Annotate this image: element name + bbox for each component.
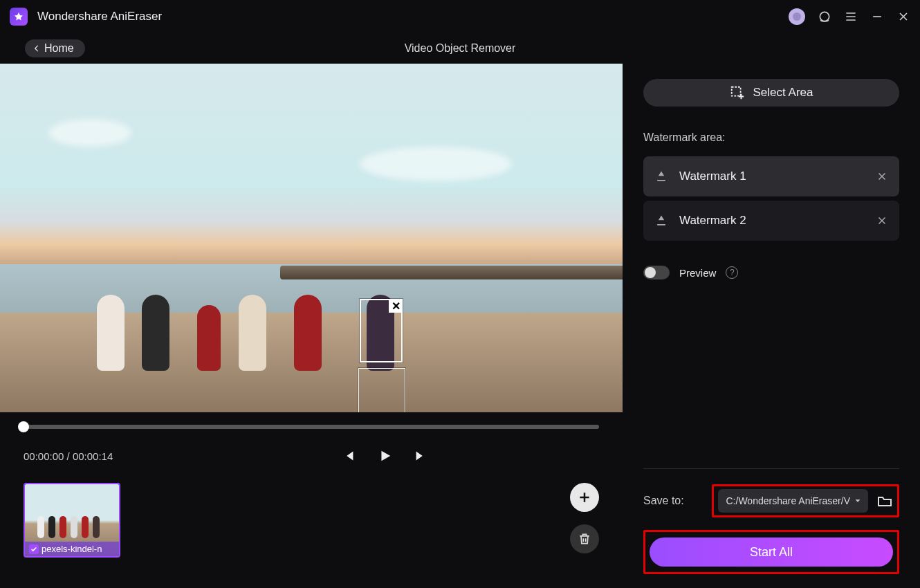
- save-to-row: Save to: C:/Wondershare AniEraser/V: [643, 484, 899, 517]
- watermark-name: Watermark 1: [679, 169, 746, 183]
- watermark-name: Watermark 2: [679, 214, 746, 228]
- close-icon[interactable]: [896, 10, 910, 24]
- scene-person: [239, 295, 266, 371]
- scene-person: [97, 295, 125, 371]
- side-panel: Select Area Watermark area: Watermark 1 …: [623, 64, 920, 588]
- selection-box[interactable]: [358, 368, 405, 412]
- select-area-label: Select Area: [753, 86, 813, 100]
- svg-point-0: [820, 12, 829, 21]
- plus-icon: [578, 490, 591, 504]
- menu-icon[interactable]: [844, 10, 858, 24]
- scene-pier: [280, 266, 623, 279]
- selection-close-icon[interactable]: ✕: [389, 299, 403, 313]
- scene-person: [197, 305, 221, 371]
- watermark-section-label: Watermark area:: [643, 131, 899, 144]
- cloud-decoration: [48, 119, 131, 147]
- watermark-item[interactable]: Watermark 1: [643, 156, 899, 196]
- preview-toggle[interactable]: [643, 266, 670, 279]
- app-logo-icon: [13, 11, 24, 22]
- help-icon[interactable]: ?: [726, 266, 738, 279]
- app-name: Wondershare AniEraser: [37, 10, 162, 24]
- clip-thumbnail[interactable]: pexels-kindel-n: [24, 483, 120, 558]
- svg-rect-1: [731, 87, 740, 96]
- home-button[interactable]: Home: [25, 39, 85, 57]
- save-path-value: C:/Wondershare AniEraser/V: [726, 495, 851, 506]
- video-preview[interactable]: ✕: [0, 64, 623, 412]
- prev-frame-icon[interactable]: [341, 448, 356, 463]
- next-frame-icon[interactable]: [413, 448, 428, 463]
- timecode: 00:00:00 / 00:00:14: [24, 450, 113, 462]
- start-all-button[interactable]: Start All: [650, 538, 893, 567]
- add-clip-button[interactable]: [570, 483, 599, 512]
- user-avatar[interactable]: [789, 8, 805, 25]
- editor-pane: ✕ 00:00:00 / 00:00:14: [0, 64, 623, 588]
- app-logo: [10, 8, 28, 26]
- save-to-label: Save to:: [643, 495, 684, 507]
- support-icon[interactable]: [818, 10, 831, 24]
- timeline-playhead[interactable]: [18, 421, 29, 432]
- select-area-button[interactable]: Select Area: [643, 79, 899, 107]
- scene-person: [142, 295, 169, 371]
- delete-clip-button[interactable]: [570, 524, 599, 553]
- preview-toggle-label: Preview: [679, 267, 716, 279]
- clip-filename: pexels-kindel-n: [42, 544, 102, 554]
- timeline-track[interactable]: [24, 425, 599, 429]
- chevron-left-icon: [32, 44, 42, 53]
- chevron-down-icon: [853, 496, 863, 506]
- timeline: 00:00:00 / 00:00:14: [0, 412, 623, 463]
- watermark-icon: [654, 169, 668, 183]
- remove-watermark-icon[interactable]: [876, 170, 888, 183]
- divider: [643, 468, 899, 469]
- trash-icon: [578, 532, 591, 546]
- watermark-icon: [654, 214, 668, 228]
- clip-checked-icon[interactable]: [29, 544, 39, 554]
- browse-folder-icon[interactable]: [876, 493, 893, 509]
- page-title: Video Object Remover: [405, 42, 516, 55]
- watermark-item[interactable]: Watermark 2: [643, 201, 899, 241]
- select-area-icon: [730, 85, 745, 100]
- home-button-label: Home: [44, 42, 74, 55]
- minimize-icon[interactable]: [870, 10, 884, 24]
- remove-watermark-icon[interactable]: [876, 214, 888, 227]
- start-all-label: Start All: [750, 545, 793, 559]
- scene-person: [294, 295, 322, 371]
- save-path-dropdown[interactable]: C:/Wondershare AniEraser/V: [718, 489, 869, 513]
- cloud-decoration: [360, 147, 512, 181]
- clips-strip: pexels-kindel-n: [0, 483, 623, 563]
- play-icon[interactable]: [377, 448, 392, 463]
- clip-label: pexels-kindel-n: [25, 542, 119, 556]
- subheader: Home Video Object Remover: [0, 33, 920, 64]
- selection-box[interactable]: ✕: [360, 299, 403, 362]
- titlebar: Wondershare AniEraser: [0, 0, 920, 33]
